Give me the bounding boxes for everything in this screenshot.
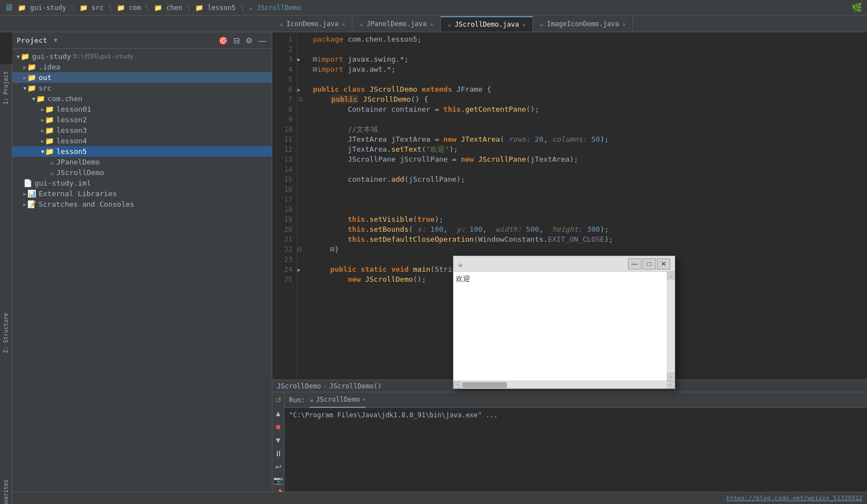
tree-src[interactable]: ▼ 📁 src (12, 83, 272, 93)
code-line-4: ⊟import java.awt.*; (313, 64, 863, 74)
float-scroll-up[interactable]: ▲ (667, 272, 675, 280)
tab-bar: ☕ IconDemo.java ✕ ☕ JPanelDemo.java ✕ ☕ … (0, 16, 867, 32)
float-maximize-btn[interactable]: □ (642, 258, 656, 270)
run-pause-btn[interactable]: ⏸ (273, 448, 284, 459)
tab-icondemo[interactable]: ☕ IconDemo.java ✕ (272, 16, 352, 32)
top-bar-lesson5[interactable]: 📁 lesson5 (195, 4, 236, 12)
code-line-11: JTextArea jTextArea = new JTextArea( row… (313, 134, 863, 144)
float-scroll-down[interactable]: ▼ (667, 373, 675, 381)
tab-jpaneldemo[interactable]: ☕ JPanelDemo.java ✕ (352, 16, 441, 32)
tree-out[interactable]: ▶ 📁 out (12, 72, 272, 83)
tab-close-icondemo[interactable]: ✕ (342, 21, 345, 27)
sidebar-project-label[interactable]: 1: Project (1, 67, 11, 109)
status-url[interactable]: https://blog.csdn.net/weixin_51325912 (726, 495, 863, 502)
sidebar-settings-btn[interactable]: ⚙ (245, 35, 254, 46)
float-scroll-right[interactable]: ▶ (667, 381, 675, 388)
top-bar-sep5: \ (240, 4, 244, 12)
tab-jscrolldemo[interactable]: ☕ JScrollDemo.java ✕ (441, 16, 533, 32)
float-titlebar[interactable]: ☕ — □ ✕ (454, 256, 675, 272)
code-line-3: ⊟import javax.swing.*; (313, 54, 863, 64)
tree-scratches[interactable]: ▶ 📝 Scratches and Consoles (12, 199, 272, 209)
tree-jscrolldemo-label: JScrollDemo (56, 168, 104, 177)
top-bar: 🖥 📁 gui-study \ 📁 src \ 📁 com \ 📁 chen \… (0, 0, 867, 16)
tab-close-jpaneldemo[interactable]: ✕ (430, 21, 434, 27)
float-scroll-left[interactable]: ◀ (454, 381, 461, 388)
tree-lesson2[interactable]: ▶ 📁 lesson2 (12, 114, 272, 125)
run-down-btn[interactable]: ▼ (273, 435, 284, 446)
tab-close-jscrolldemo[interactable]: ✕ (522, 22, 526, 28)
code-line-10: //文本域 (313, 124, 863, 134)
top-bar-chen[interactable]: 📁 chen (154, 4, 182, 12)
run-camera-btn[interactable]: 📷 (273, 475, 284, 486)
tree-scratches-label: Scratches and Consoles (38, 200, 134, 208)
float-hscroll-thumb[interactable] (462, 382, 507, 388)
run-tab-close[interactable]: ✕ (362, 396, 366, 402)
float-close-btn[interactable]: ✕ (657, 258, 670, 270)
code-line-21: this.setDefaultCloseOperation(WindowCons… (313, 234, 863, 244)
code-line-16 (313, 184, 863, 194)
tree-lesson2-label: lesson2 (56, 116, 87, 124)
sidebar-collapse-btn[interactable]: ⊟ (232, 35, 241, 46)
run-tab-active[interactable]: ☕ JScrollDemo ✕ (310, 392, 366, 408)
code-line-8: Container container = this.getContentPan… (313, 104, 863, 114)
tree-jpaneldemo[interactable]: ☕ JPanelDemo (12, 157, 272, 167)
tree-src-label: src (38, 84, 51, 92)
run-scroll-lock-btn[interactable]: 📌 (273, 488, 284, 492)
tree-lesson01[interactable]: ▶ 📁 lesson01 (12, 104, 272, 114)
float-hscrollbar[interactable]: ◀ ▶ (454, 381, 675, 388)
tree-ext-libs[interactable]: ▶ 📊 External Libraries (12, 188, 272, 199)
run-panel: ↺ ▲ ■ ▼ ⏸ ↩ 📷 📌 🗑 Run: ☕ JScrollDemo ✕ (272, 392, 867, 492)
breadcrumb-jscrolldemo: JScrollDemo (277, 382, 321, 390)
float-body: ▲ ▼ (454, 272, 675, 381)
top-bar-jscrolldemo[interactable]: ☕ JScrollDemo (248, 4, 301, 12)
code-line-7: public JScrollDemo() { (313, 94, 863, 104)
code-line-6: public class JScrollDemo extends JFrame … (313, 84, 863, 94)
tab-close-imageiondemo[interactable]: ✕ (622, 21, 626, 27)
run-up-btn[interactable]: ▲ (273, 408, 284, 419)
run-header: Run: ☕ JScrollDemo ✕ (285, 392, 867, 408)
run-output: "C:\Program Files\Java\jdk1.8.0_91\bin\j… (285, 408, 867, 492)
tree-lesson5-label: lesson5 (56, 147, 87, 156)
sidebar-header: Project ▼ 🎯 ⊟ ⚙ — (12, 32, 272, 49)
tree-guistudy-iml[interactable]: 📄 gui-study.iml (12, 178, 272, 188)
run-stop-btn[interactable]: ■ (273, 421, 284, 432)
tab-icon-jscrolldemo: ☕ (447, 21, 451, 28)
run-wrap-btn[interactable]: ↩ (273, 461, 284, 472)
float-minimize-btn[interactable]: — (628, 258, 641, 270)
tree-extlibs-label: External Libraries (38, 189, 117, 198)
project-tree: ▼ 📁 gui-study D:\代码\gui-study ▶ 📁 .idea … (12, 49, 272, 492)
tab-label-imageiondemo: ImageIconDemo.java (547, 20, 619, 28)
top-bar-src[interactable]: 📁 src (79, 4, 104, 12)
tree-jpaneldemo-label: JPanelDemo (56, 158, 99, 166)
code-line-9 (313, 114, 863, 124)
code-line-18 (313, 204, 863, 214)
float-vscrollbar[interactable]: ▲ ▼ (667, 272, 675, 381)
sidebar-minimize-btn[interactable]: — (257, 35, 267, 46)
sidebar-title: Project (17, 36, 47, 44)
git-icon[interactable]: 🌿 (851, 2, 863, 13)
tree-idea[interactable]: ▶ 📁 .idea (12, 62, 272, 72)
float-textarea[interactable] (454, 272, 667, 381)
sidebar-favorites-label[interactable]: 2: Favorites (1, 475, 11, 504)
top-bar-sep3: \ (146, 4, 150, 12)
top-bar-com[interactable]: 📁 com (117, 4, 141, 12)
tree-out-label: out (38, 73, 51, 82)
tree-lesson3[interactable]: ▶ 📁 lesson3 (12, 125, 272, 136)
tree-lesson3-label: lesson3 (56, 126, 87, 134)
tab-icon-icondemo: ☕ (279, 20, 283, 28)
top-bar-sep4: \ (187, 4, 191, 12)
code-line-12: jTextArea.setText("欢迎"); (313, 144, 863, 154)
tree-lesson4[interactable]: ▶ 📁 lesson4 (12, 136, 272, 146)
tree-root[interactable]: ▼ 📁 gui-study D:\代码\gui-study (12, 51, 272, 62)
tree-jscrolldemo-file[interactable]: ☕ JScrollDemo (12, 167, 272, 178)
tree-idea-label: .idea (38, 63, 60, 71)
tab-imageiondemo[interactable]: ☕ ImageIconDemo.java ✕ (533, 16, 633, 32)
top-bar-guistudy[interactable]: 📁 gui-study (18, 4, 66, 12)
code-line-19: this.setVisible(true); (313, 214, 863, 224)
sidebar-structure-label[interactable]: Z: Structure (1, 308, 11, 357)
sidebar-target-btn[interactable]: 🎯 (217, 35, 229, 46)
tree-comchen[interactable]: ▼ 📁 com.chen (12, 93, 272, 104)
tree-lesson5[interactable]: ▼ 📁 lesson5 (12, 146, 272, 157)
run-rerun-btn[interactable]: ↺ (273, 395, 284, 406)
float-hscroll-track (461, 381, 667, 388)
